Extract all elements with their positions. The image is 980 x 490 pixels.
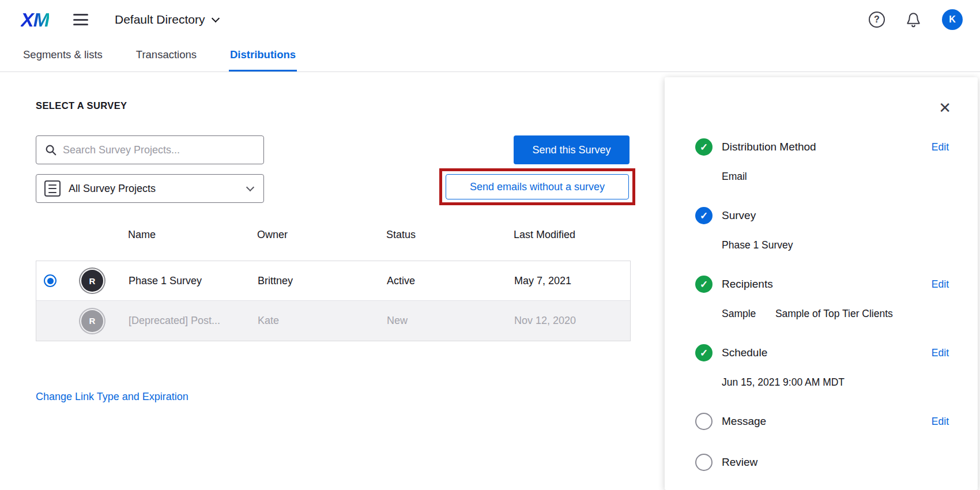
tab-segments-and-lists[interactable]: Segments & lists [22,39,104,71]
avatar: R [81,310,103,332]
column-status: Status [386,229,514,243]
check-icon: ✓ [695,344,713,361]
cell-owner: Brittney [258,275,387,287]
help-icon[interactable]: ? [869,12,885,28]
search-input[interactable] [63,144,255,156]
step-label: Recipients [722,278,773,291]
list-filter-icon [44,180,61,197]
step-review: Review [695,454,949,471]
column-last-modified: Last Modified [514,229,631,243]
step-detail: Email [722,171,949,183]
check-icon: ✓ [695,207,713,224]
edit-schedule-link[interactable]: Edit [932,347,949,359]
check-icon: ✓ [695,276,713,293]
column-name: Name [128,229,257,243]
recipients-type: Sample [722,308,772,320]
column-owner: Owner [257,229,386,243]
search-icon [44,144,57,156]
recipients-sample-name: Sample of Top Tier Clients [775,308,893,319]
step-label: Survey [722,209,756,222]
hamburger-menu-icon[interactable] [73,14,88,25]
cell-owner: Kate [258,315,387,327]
project-filter-dropdown[interactable]: All Survey Projects [36,174,264,203]
chevron-down-icon [246,183,254,191]
step-schedule: ✓ Schedule Edit Jun 15, 2021 9:00 AM MDT [695,344,949,389]
incomplete-step-icon [695,413,713,430]
cell-status: Active [387,275,514,287]
change-link-type-link[interactable]: Change Link Type and Expiration [36,391,189,403]
cell-name: [Deprecated] Post... [129,315,258,327]
project-filter-value: All Survey Projects [69,183,156,195]
tab-bar: Segments & lists Transactions Distributi… [0,39,980,72]
step-distribution-method: ✓ Distribution Method Edit Email [695,138,949,183]
cell-status: New [387,315,514,327]
step-label: Distribution Method [722,141,816,153]
step-label: Review [722,456,757,469]
user-avatar[interactable]: K [942,9,963,30]
survey-table: R Phase 1 Survey Brittney Active May 7, … [36,261,631,341]
tab-transactions[interactable]: Transactions [135,39,198,71]
survey-table-header: Name Owner Status Last Modified [36,224,631,248]
incomplete-step-icon [695,454,713,471]
section-title: SELECT A SURVEY [36,100,127,111]
top-header: XM Default Directory ? K [0,0,980,39]
table-row[interactable]: R Phase 1 Survey Brittney Active May 7, … [36,261,630,301]
annotation-highlight: Send emails without a survey [439,168,635,205]
close-icon[interactable]: ✕ [938,100,951,115]
edit-message-link[interactable]: Edit [932,416,949,428]
step-label: Message [722,415,766,428]
xm-logo: XM [21,9,49,31]
steps-list: ✓ Distribution Method Edit Email ✓ Surve… [695,138,949,471]
radio-selected[interactable] [44,274,56,287]
page-content: SELECT A SURVEY All Survey Projects Send… [0,73,980,490]
survey-search-box [36,135,264,164]
cell-last-modified: May 7, 2021 [514,275,630,287]
chevron-down-icon [212,14,220,22]
step-detail: Jun 15, 2021 9:00 AM MDT [722,376,949,389]
directory-selector[interactable]: Default Directory [115,13,218,27]
distribution-steps-panel: ✕ ✓ Distribution Method Edit Email ✓ Sur… [665,77,978,490]
step-detail: Phase 1 Survey [722,239,949,251]
check-icon: ✓ [695,138,713,156]
step-recipients: ✓ Recipients Edit Sample Sample of Top T… [695,276,949,320]
table-row[interactable]: R [Deprecated] Post... Kate New Nov 12, … [36,301,630,341]
send-this-survey-button[interactable]: Send this Survey [514,135,630,164]
cell-last-modified: Nov 12, 2020 [514,315,630,327]
step-label: Schedule [722,346,767,359]
edit-distribution-method-link[interactable]: Edit [932,141,949,153]
edit-recipients-link[interactable]: Edit [932,278,949,291]
directory-label: Default Directory [115,13,205,27]
step-survey: ✓ Survey Phase 1 Survey [695,207,949,251]
cell-name: Phase 1 Survey [129,275,258,287]
tab-distributions[interactable]: Distributions [229,39,297,71]
step-message: Message Edit [695,413,949,430]
step-detail: Sample Sample of Top Tier Clients [722,308,949,320]
survey-select-section: SELECT A SURVEY All Survey Projects Send… [36,73,631,490]
notifications-bell-icon[interactable] [906,12,921,28]
avatar: R [81,270,103,292]
send-emails-without-survey-button[interactable]: Send emails without a survey [446,174,629,199]
